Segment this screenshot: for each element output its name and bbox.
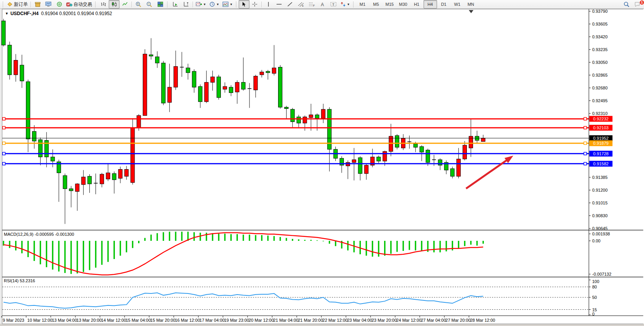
timeframe-M1[interactable]: M1 (356, 0, 369, 9)
candle-body[interactable] (321, 109, 325, 118)
candle-body[interactable] (32, 131, 36, 141)
candle-body[interactable] (315, 115, 319, 118)
candle-body[interactable] (69, 189, 73, 190)
notifications-button[interactable]: 1 (632, 0, 643, 9)
line-drag-handle[interactable] (584, 152, 587, 155)
candle-body[interactable] (100, 174, 104, 184)
candle-body[interactable] (211, 77, 215, 82)
candle-body[interactable] (38, 140, 42, 157)
candle-body[interactable] (149, 55, 153, 56)
candle-body[interactable] (143, 54, 147, 116)
candle-body[interactable] (229, 87, 233, 93)
candle-body[interactable] (413, 144, 417, 147)
candle-body[interactable] (303, 117, 307, 123)
candle-body[interactable] (217, 77, 221, 98)
timeframe-M15[interactable]: M15 (383, 0, 396, 9)
tile-windows-button[interactable] (155, 0, 166, 9)
candle-body[interactable] (463, 145, 467, 159)
chart-canvas[interactable]: 0.922320.921030.919520.918790.917280.915… (0, 0, 644, 326)
candle-body[interactable] (223, 86, 227, 89)
line-chart-button[interactable] (120, 0, 130, 9)
candle-body[interactable] (260, 72, 264, 75)
candle-body[interactable] (2, 21, 5, 45)
chart-shift-button[interactable] (181, 0, 191, 9)
candle-body[interactable] (8, 45, 12, 75)
channel-button[interactable]: E (296, 0, 306, 9)
timeframe-MN[interactable]: MN (464, 0, 478, 9)
trendline-button[interactable] (285, 0, 296, 9)
candle-body[interactable] (167, 87, 171, 102)
timeframe-M30[interactable]: M30 (396, 0, 410, 9)
candle-body[interactable] (266, 71, 270, 73)
candle-body[interactable] (118, 169, 122, 178)
candle-body[interactable] (14, 60, 18, 75)
candlestick-chart-button[interactable] (109, 0, 120, 9)
candle-body[interactable] (438, 160, 442, 165)
auto-trading-button[interactable]: 自动交易 (65, 0, 94, 9)
line-drag-handle[interactable] (3, 142, 5, 144)
candle-body[interactable] (451, 169, 454, 177)
fibonacci-button[interactable]: F (306, 0, 317, 9)
candle-body[interactable] (278, 67, 282, 107)
candle-body[interactable] (481, 138, 485, 142)
candle-body[interactable] (420, 147, 424, 152)
timeframe-D1[interactable]: D1 (437, 0, 451, 9)
line-drag-handle[interactable] (584, 142, 587, 144)
auto-scroll-button[interactable] (170, 0, 181, 9)
candle-body[interactable] (63, 176, 67, 189)
candle-body[interactable] (383, 151, 387, 161)
candle-body[interactable] (161, 63, 165, 103)
candle-body[interactable] (272, 68, 276, 73)
toolbar-grip[interactable] (95, 2, 96, 7)
toolbar-grip[interactable] (236, 2, 237, 7)
candle-body[interactable] (20, 65, 24, 81)
candle-body[interactable] (426, 150, 430, 163)
timeframe-W1[interactable]: W1 (451, 0, 464, 9)
vertical-line-button[interactable] (263, 0, 274, 9)
candle-body[interactable] (297, 117, 301, 123)
toolbar-grip[interactable] (353, 2, 354, 7)
line-drag-handle[interactable] (3, 117, 5, 120)
template-button[interactable]: ▼ (221, 0, 234, 9)
text-button[interactable]: A (317, 0, 328, 9)
line-drag-handle[interactable] (584, 126, 587, 129)
candle-body[interactable] (457, 159, 461, 177)
add-indicator-button[interactable]: ▼ (194, 0, 208, 9)
horizontal-line-button[interactable] (274, 0, 285, 9)
candle-body[interactable] (186, 68, 190, 72)
candle-body[interactable] (254, 76, 258, 90)
candle-body[interactable] (309, 115, 313, 118)
chart-title[interactable]: ▼USDCHF-,H4 0.91904 0.92001 0.91904 0.91… (5, 11, 112, 16)
candle-body[interactable] (82, 177, 85, 185)
toolbar-grip[interactable] (3, 2, 4, 7)
search-button[interactable] (621, 0, 632, 9)
line-drag-handle[interactable] (3, 126, 5, 129)
candle-body[interactable] (155, 57, 159, 63)
candle-body[interactable] (192, 71, 196, 87)
candle-body[interactable] (51, 157, 55, 161)
toolbar-grip[interactable] (167, 2, 168, 7)
candle-body[interactable] (112, 173, 116, 180)
periods-button[interactable]: ▼ (208, 0, 221, 9)
timeframe-H1[interactable]: H1 (410, 0, 424, 9)
candle-body[interactable] (174, 67, 178, 88)
candle-body[interactable] (125, 169, 128, 176)
candle-body[interactable] (395, 136, 399, 147)
candle-body[interactable] (377, 157, 381, 161)
candle-body[interactable] (352, 160, 356, 163)
crosshair-button[interactable] (249, 0, 260, 9)
cursor-button[interactable] (239, 0, 249, 9)
arrows-button[interactable]: ▼ (339, 0, 352, 9)
text-label-button[interactable]: T (328, 0, 339, 9)
market-watch-button[interactable] (43, 0, 54, 9)
timeframe-M5[interactable]: M5 (369, 0, 383, 9)
candle-body[interactable] (131, 128, 135, 182)
candle-body[interactable] (389, 136, 393, 151)
crates-button[interactable] (32, 0, 43, 9)
candle-body[interactable] (198, 86, 202, 101)
new-order-button[interactable]: 新订单 (5, 0, 29, 9)
timeframe-H4[interactable]: H4 (424, 0, 437, 9)
line-drag-handle[interactable] (584, 117, 587, 120)
candle-body[interactable] (106, 173, 110, 179)
candle-body[interactable] (290, 109, 294, 122)
